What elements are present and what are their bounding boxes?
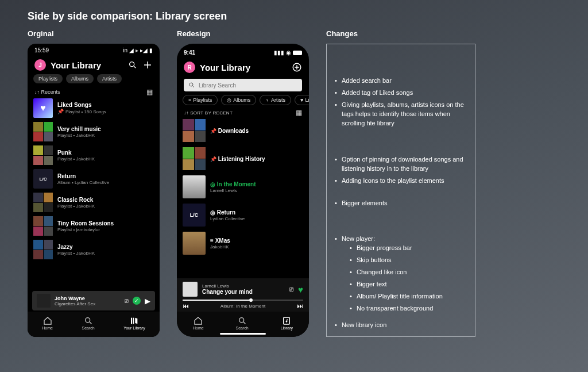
- prev-icon[interactable]: ⏮: [183, 302, 189, 309]
- list-item[interactable]: PunkPlaylist • JakobHK: [33, 145, 154, 165]
- battery-icon: ▮: [149, 47, 153, 53]
- item-title: Punk: [57, 149, 95, 156]
- item-title: 📌 Downloads: [210, 128, 249, 134]
- thumb-grid: [33, 145, 53, 165]
- svg-rect-7: [133, 318, 134, 324]
- item-subtitle: Playlist • JakobHK: [57, 133, 101, 138]
- change-subitem: Bigger progress bar: [350, 244, 467, 253]
- item-title: Tiny Room Sessions: [57, 220, 114, 227]
- player-title: John Wayne: [55, 296, 121, 301]
- svg-line-14: [243, 322, 245, 324]
- add-icon[interactable]: [142, 60, 153, 70]
- phone-original: 15:59 in ◢ ▸ ▸◢ ▮ J Your Library: [28, 44, 160, 337]
- view-grid-icon[interactable]: ▦: [146, 88, 153, 96]
- status-time: 15:59: [34, 47, 49, 53]
- svg-point-0: [130, 62, 134, 67]
- player-artist: Larnell Lewis: [202, 283, 285, 289]
- nav-library[interactable]: Library: [281, 316, 293, 330]
- cast-icon[interactable]: ⎚: [125, 297, 129, 304]
- nav-home[interactable]: Home: [193, 316, 204, 330]
- col-label-original: Orginal: [28, 29, 160, 38]
- item-subtitle: Playlist • jamirotaylor: [57, 227, 114, 232]
- change-item: Bigger elements: [335, 199, 467, 208]
- list-item[interactable]: L/C ◎ ReturnLydian Collective: [183, 204, 303, 227]
- list-item[interactable]: Very chill musicPlaylist • JakobHK: [33, 122, 154, 141]
- change-item: Option of pinning of downloaded songs an…: [335, 155, 467, 174]
- item-title: Very chill music: [57, 126, 101, 132]
- chip-liked[interactable]: ♥Liked: [295, 95, 309, 105]
- col-label-changes: Changes: [326, 29, 475, 38]
- now-playing-bar[interactable]: Larnell Lewis Change your mind ⎚ ♥ ⏮ Alb…: [177, 278, 309, 312]
- view-grid-icon[interactable]: ▦: [296, 109, 302, 117]
- change-subitem: Album/ Playlist title information: [350, 292, 467, 301]
- list-item[interactable]: ♥ Liked Songs📌Playlist • 150 Songs: [33, 98, 154, 118]
- search-icon[interactable]: [127, 60, 138, 70]
- item-title: ◎ Return: [210, 209, 245, 216]
- col-changes: Changes Added search bar Added tag of Li…: [326, 29, 475, 337]
- list-item[interactable]: ≡ XMasJakobHK: [183, 232, 303, 255]
- list-item[interactable]: Classic RockPlaylist • JakobHK: [33, 193, 154, 212]
- list-item[interactable]: L/C ReturnAlbum • Lydian Collective: [33, 169, 154, 189]
- search-field[interactable]: [199, 82, 297, 89]
- play-icon[interactable]: ▶: [145, 297, 150, 305]
- item-subtitle: Playlist • JakobHK: [57, 251, 95, 256]
- sort-button[interactable]: ↓↑ SORT BY RECENT: [184, 110, 233, 116]
- col-label-redesign: Redesign: [177, 29, 309, 38]
- thumb-grid: [33, 122, 53, 141]
- item-subtitle: Album • Lydian Collective: [57, 180, 109, 185]
- nav-search[interactable]: Search: [82, 316, 94, 330]
- svg-line-12: [193, 86, 195, 88]
- battery-icon: [293, 51, 302, 55]
- avatar[interactable]: R: [184, 62, 195, 73]
- sort-button[interactable]: ↓↑ Recents: [34, 89, 60, 95]
- chip-playlists[interactable]: Playlists: [33, 74, 63, 83]
- progress-bar[interactable]: [183, 300, 303, 301]
- list-item[interactable]: 📌 Listening History: [183, 147, 303, 170]
- chip-artists[interactable]: Artists: [97, 74, 122, 83]
- status-icons: in ◢ ▸ ▸◢ ▮: [123, 47, 153, 53]
- bottom-nav: Home Search Your Library: [28, 312, 160, 337]
- change-item: Adding Icons to the playlist elements: [335, 177, 467, 186]
- col-original: Orginal 15:59 in ◢ ▸ ▸◢ ▮ J Your Library: [28, 29, 160, 337]
- chip-albums[interactable]: ◎Albums: [221, 95, 256, 105]
- like-icon[interactable]: ♥: [298, 285, 303, 294]
- mini-player[interactable]: John WayneCigarettes After Sex ⎚ ✓ ▶: [32, 291, 155, 310]
- svg-point-4: [85, 318, 90, 323]
- list-item[interactable]: JazzyPlaylist • JakobHK: [33, 240, 154, 259]
- thumb-grid: [33, 240, 53, 259]
- add-circle-icon[interactable]: [292, 62, 302, 72]
- playlist-icon: ≡: [188, 97, 191, 103]
- avatar[interactable]: J: [34, 59, 46, 71]
- heart-icon: ♥: [300, 97, 303, 103]
- status-time: 9:41: [184, 49, 195, 56]
- page-title: Side by side comparison: Library screen: [0, 0, 588, 29]
- header-title: Your Library: [200, 63, 287, 72]
- item-title: 📌 Listening History: [210, 156, 265, 162]
- cast-icon[interactable]: ⎚: [289, 285, 293, 293]
- album-icon: ◎: [210, 181, 215, 187]
- changes-box: Added search bar Added tag of Liked song…: [326, 44, 475, 337]
- change-subitem: No transparent background: [350, 304, 467, 313]
- player-art: [37, 294, 51, 308]
- nav-home[interactable]: Home: [42, 316, 53, 330]
- change-item: Giving playlists, albums, artists icons …: [335, 101, 467, 128]
- item-subtitle: Larnell Lewis: [210, 188, 256, 193]
- wifi-icon: ◉: [286, 49, 291, 56]
- volume-icon: ◢: [129, 47, 134, 53]
- playlist-icon: ≡: [210, 237, 214, 244]
- nav-search[interactable]: Search: [236, 316, 249, 330]
- list-item[interactable]: ◎ In the MomentLarnell Lewis: [183, 175, 303, 198]
- list-item[interactable]: 📌 Downloads: [183, 119, 303, 142]
- chip-playlists[interactable]: ≡Playlists: [183, 95, 218, 105]
- nav-library[interactable]: Your Library: [123, 316, 145, 330]
- chip-albums[interactable]: Albums: [66, 74, 94, 83]
- list-item[interactable]: Tiny Room SessionsPlaylist • jamirotaylo…: [33, 216, 154, 236]
- next-icon[interactable]: ⏭: [297, 302, 303, 309]
- thumb-grid: [33, 193, 53, 212]
- change-item: New player: Bigger progress bar Skip but…: [335, 235, 467, 313]
- search-input[interactable]: [184, 79, 302, 91]
- chip-artists[interactable]: ♀Artists: [260, 95, 291, 105]
- downloaded-icon: ✓: [133, 297, 141, 305]
- item-subtitle: Playlist • 150 Songs: [65, 109, 106, 114]
- library-list: ♥ Liked Songs📌Playlist • 150 Songs Very …: [28, 98, 160, 259]
